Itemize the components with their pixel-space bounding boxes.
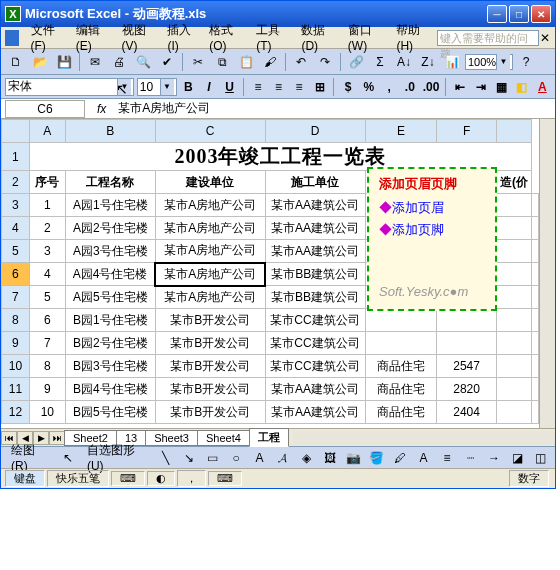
picture-icon[interactable]: 📷 [343, 448, 363, 468]
maximize-button[interactable]: □ [509, 5, 529, 23]
help-search-input[interactable]: 键入需要帮助的问题 [437, 30, 539, 46]
row-header[interactable]: 5 [2, 240, 30, 263]
cell[interactable] [496, 286, 531, 309]
cell[interactable] [365, 309, 437, 332]
cell[interactable]: 某市AA建筑公司 [265, 194, 365, 217]
oval-icon[interactable]: ○ [226, 448, 246, 468]
cell[interactable]: 某市A房地产公司 [155, 286, 265, 309]
cell[interactable]: 某市AA建筑公司 [265, 240, 365, 263]
cell[interactable]: B园1号住宅楼 [65, 309, 155, 332]
vertical-scrollbar[interactable] [539, 119, 555, 428]
col-header[interactable]: A [29, 120, 65, 143]
indent-dec-icon[interactable]: ⇤ [451, 78, 469, 96]
cell[interactable]: 某市A房地产公司 [155, 217, 265, 240]
cell[interactable] [496, 355, 531, 378]
comma-icon[interactable]: , [381, 78, 399, 96]
fill-color-icon[interactable]: ◧ [513, 78, 531, 96]
cell[interactable] [532, 286, 539, 309]
cell[interactable]: A园3号住宅楼 [65, 240, 155, 263]
cell[interactable]: 某市CC建筑公司 [265, 309, 365, 332]
cell[interactable]: A园4号住宅楼 [65, 263, 155, 286]
cell[interactable] [496, 240, 531, 263]
pointer-icon[interactable]: ↖ [58, 448, 78, 468]
dec-dec-icon[interactable]: .00 [422, 78, 441, 96]
font-name-select[interactable]: 宋体 ↖ ▼ [5, 78, 134, 96]
open-icon[interactable]: 📂 [29, 52, 51, 72]
cell[interactable]: 4 [29, 263, 65, 286]
fmtpaint-icon[interactable]: 🖌 [259, 52, 281, 72]
linestyle-icon[interactable]: ≡ [437, 448, 457, 468]
currency-icon[interactable]: $ [339, 78, 357, 96]
linecolor-icon[interactable]: 🖊 [390, 448, 410, 468]
cell[interactable]: B园4号住宅楼 [65, 378, 155, 401]
cell[interactable]: 某市CC建筑公司 [265, 355, 365, 378]
cell[interactable] [496, 263, 531, 286]
clipart-icon[interactable]: 🖼 [320, 448, 340, 468]
cell[interactable]: B园5号住宅楼 [65, 401, 155, 424]
cell[interactable]: 某市B开发公司 [155, 355, 265, 378]
menu-insert[interactable]: 插入(I) [161, 20, 203, 55]
indent-inc-icon[interactable]: ⇥ [472, 78, 490, 96]
cell[interactable] [496, 332, 531, 355]
cell[interactable]: B园3号住宅楼 [65, 355, 155, 378]
ime-sym[interactable]: ◐ [147, 471, 175, 486]
name-box[interactable]: C6 [5, 100, 85, 118]
sum-icon[interactable]: Σ [369, 52, 391, 72]
menu-view[interactable]: 视图(V) [116, 20, 162, 55]
arrowstyle-icon[interactable]: → [484, 448, 504, 468]
shadow-icon[interactable]: ◪ [507, 448, 527, 468]
tooltip-item[interactable]: ◆添加页眉 [379, 199, 485, 217]
cell[interactable] [532, 194, 539, 217]
row-header[interactable]: 12 [2, 401, 30, 424]
spreadsheet-grid[interactable]: ABCDEF12003年竣工工程一览表2序号工程名称建设单位施工单位类型面积造(… [1, 119, 539, 428]
cell[interactable] [496, 217, 531, 240]
cell[interactable]: 某市A房地产公司 [155, 194, 265, 217]
new-icon[interactable]: 🗋 [5, 52, 27, 72]
fontcolor-icon[interactable]: A [413, 448, 433, 468]
ime-pane[interactable]: 键盘 [5, 470, 45, 487]
ime-punct[interactable]: ， [177, 470, 206, 487]
col-header[interactable]: C [155, 120, 265, 143]
col-header[interactable]: B [65, 120, 155, 143]
chart-icon[interactable]: 📊 [441, 52, 463, 72]
ime-kbd-icon[interactable]: ⌨ [208, 471, 242, 486]
cell[interactable]: 商品住宅 [365, 355, 437, 378]
cell[interactable]: 2820 [437, 378, 497, 401]
cell[interactable]: A园1号住宅楼 [65, 194, 155, 217]
mail-icon[interactable]: ✉ [84, 52, 106, 72]
sortdesc-icon[interactable]: Z↓ [417, 52, 439, 72]
paste-icon[interactable]: 📋 [235, 52, 257, 72]
cell[interactable]: 2 [29, 217, 65, 240]
fx-icon[interactable]: fx [97, 102, 106, 116]
spell-icon[interactable]: ✔ [156, 52, 178, 72]
merge-icon[interactable]: ⊞ [311, 78, 329, 96]
cell[interactable]: 某市AA建筑公司 [265, 217, 365, 240]
cell[interactable] [532, 263, 539, 286]
row-header[interactable]: 10 [2, 355, 30, 378]
doc-close-button[interactable]: ✕ [539, 31, 551, 45]
row-header[interactable]: 4 [2, 217, 30, 240]
cell[interactable]: 某市A房地产公司 [155, 263, 265, 286]
cell[interactable]: B园2号住宅楼 [65, 332, 155, 355]
tooltip-item[interactable]: ◆添加页脚 [379, 221, 485, 239]
cell[interactable] [496, 401, 531, 424]
underline-button[interactable]: U [221, 78, 239, 96]
cell[interactable]: A园2号住宅楼 [65, 217, 155, 240]
menu-format[interactable]: 格式(O) [203, 20, 250, 55]
cell[interactable]: 某市AA建筑公司 [265, 378, 365, 401]
wordart-icon[interactable]: 𝓐 [273, 448, 293, 468]
col-header[interactable]: E [365, 120, 437, 143]
cell[interactable] [532, 378, 539, 401]
row-header[interactable]: 1 [2, 143, 30, 171]
cell[interactable]: 某市CC建筑公司 [265, 332, 365, 355]
col-header[interactable]: D [265, 120, 365, 143]
cell[interactable] [437, 309, 497, 332]
undo-icon[interactable]: ↶ [290, 52, 312, 72]
help-icon[interactable]: ? [515, 52, 537, 72]
table-header-cell[interactable]: 造(价 [496, 171, 531, 194]
cell[interactable]: 10 [29, 401, 65, 424]
cell[interactable]: 8 [29, 355, 65, 378]
table-header-cell[interactable]: 施工单位 [265, 171, 365, 194]
cell[interactable] [496, 194, 531, 217]
cell[interactable] [365, 332, 437, 355]
